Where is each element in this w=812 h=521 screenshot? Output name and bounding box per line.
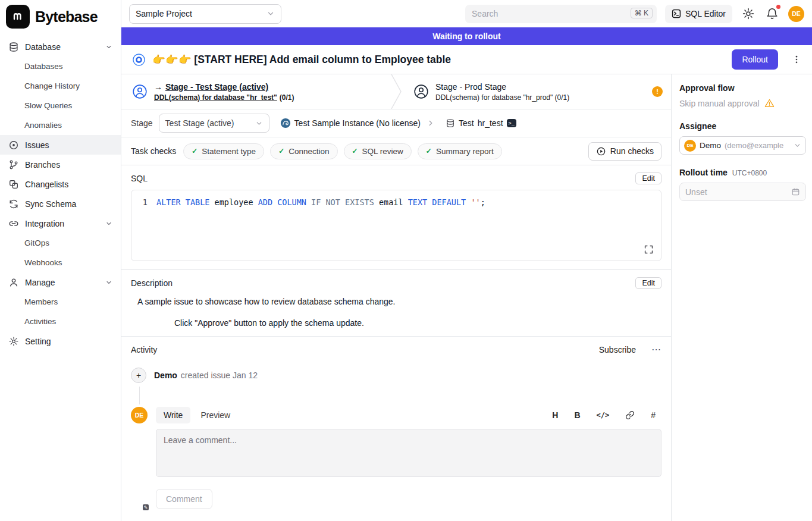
sql-editor-button[interactable]: SQL Editor bbox=[665, 5, 732, 23]
sidebar-item-label: Setting bbox=[25, 337, 112, 346]
sql-edit-button[interactable]: Edit bbox=[635, 172, 661, 184]
check-pill-sql-review[interactable]: ✓ SQL review bbox=[344, 143, 412, 159]
warning-triangle-icon bbox=[764, 98, 775, 108]
sidebar-item-webhooks[interactable]: Webhooks bbox=[0, 253, 121, 272]
search-box: ⌘ K bbox=[465, 5, 657, 23]
subscribe-button[interactable]: Subscribe bbox=[599, 345, 636, 354]
app-root: Bytebase Database Databases Change Histo… bbox=[0, 0, 812, 521]
database-icon bbox=[8, 42, 19, 52]
check-pill-label: Summary report bbox=[436, 147, 494, 156]
stage-card-test-stage[interactable]: → Stage - Test Stage (active) DDL(schema… bbox=[121, 74, 390, 109]
sql-editor-label: SQL Editor bbox=[685, 9, 726, 18]
check-pill-statement-type[interactable]: ✓ Statement type bbox=[183, 143, 264, 159]
brand-logo[interactable]: Bytebase bbox=[0, 0, 121, 34]
sidebar-item-changelists[interactable]: Changelists bbox=[0, 174, 121, 194]
rollout-time-title: Rollout time bbox=[679, 168, 728, 177]
sync-icon bbox=[8, 199, 19, 209]
sidebar-item-sync-schema[interactable]: Sync Schema bbox=[0, 194, 121, 214]
sql-token: email bbox=[374, 196, 408, 208]
activity-event-text: Demo created issue Jan 12 bbox=[154, 371, 258, 380]
terminal-icon bbox=[672, 9, 681, 18]
tab-write[interactable]: Write bbox=[156, 407, 190, 423]
rollout-button[interactable]: Rollout bbox=[732, 49, 778, 70]
notification-dot bbox=[776, 5, 780, 9]
sql-token: employee bbox=[209, 196, 258, 208]
stage-person-icon bbox=[413, 84, 429, 99]
stage-selector-row: Stage Test Stage (active) Test Sample In… bbox=[121, 109, 671, 137]
search-input[interactable] bbox=[465, 5, 657, 23]
code-format-button[interactable]: </> bbox=[597, 411, 610, 419]
instance-link[interactable]: Test Sample Instance (No license) bbox=[280, 118, 421, 128]
sidebar-item-manage[interactable]: Manage bbox=[0, 272, 121, 292]
sidebar-nav: Database Databases Change History Slow Q… bbox=[0, 34, 121, 353]
chevron-down-icon bbox=[255, 120, 263, 127]
chevron-down-icon bbox=[105, 220, 112, 227]
hash-format-button[interactable]: # bbox=[651, 410, 656, 420]
sidebar-item-label: Databases bbox=[24, 62, 112, 71]
comment-avatar-wrap: DE ✎ bbox=[131, 407, 148, 509]
run-checks-label: Run checks bbox=[610, 146, 654, 156]
stage-select[interactable]: Test Stage (active) bbox=[159, 114, 269, 133]
sidebar-item-gitops[interactable]: GitOps bbox=[0, 233, 121, 253]
sql-token bbox=[306, 196, 311, 208]
comment-submit-button[interactable]: Comment bbox=[156, 489, 212, 509]
project-select-value: Sample Project bbox=[136, 9, 192, 18]
check-icon: ✓ bbox=[426, 147, 432, 155]
main-area: Sample Project ⌘ K SQL Editor DE Waiting… bbox=[121, 0, 812, 521]
brand-name: Bytebase bbox=[35, 8, 98, 26]
sidebar-item-label: GitOps bbox=[24, 238, 112, 247]
issue-more-menu-button[interactable] bbox=[791, 53, 802, 66]
timezone-label: UTC+0800 bbox=[732, 169, 767, 177]
stage-task: DDL(schema) for database "hr_prod" (0/1) bbox=[435, 93, 569, 102]
sidebar-item-database[interactable]: Database bbox=[0, 37, 121, 57]
approval-flow-value: Skip manual approval bbox=[679, 99, 760, 108]
bold-format-button[interactable]: B bbox=[574, 410, 580, 420]
assignee-email: (demo@example bbox=[725, 141, 790, 150]
check-pill-summary-report[interactable]: ✓ Summary report bbox=[418, 143, 502, 159]
run-checks-button[interactable]: Run checks bbox=[588, 142, 661, 161]
open-in-sql-editor-icon[interactable]: >_ bbox=[507, 119, 516, 128]
sql-section: SQL Edit 1ALTER TABLE employee ADD COLUM… bbox=[121, 165, 671, 269]
pencil-badge-icon: ✎ bbox=[142, 503, 150, 511]
notifications-bell-button[interactable] bbox=[764, 6, 780, 21]
sidebar-item-issues[interactable]: Issues bbox=[0, 135, 121, 155]
user-avatar[interactable]: DE bbox=[788, 6, 804, 22]
description-edit-button[interactable]: Edit bbox=[635, 277, 661, 289]
expand-fullscreen-icon[interactable] bbox=[644, 244, 654, 255]
assignee-select[interactable]: DE Demo (demo@example bbox=[679, 136, 806, 155]
sidebar-item-change-history[interactable]: Change History bbox=[0, 76, 121, 96]
sql-token: ALTER TABLE bbox=[156, 196, 209, 208]
sidebar-item-branches[interactable]: Branches bbox=[0, 155, 121, 174]
gear-icon bbox=[8, 336, 19, 347]
activity-section: Activity Subscribe ⋯ + Demo created issu… bbox=[121, 336, 671, 517]
rollout-time-input[interactable]: Unset bbox=[679, 183, 806, 201]
sidebar-item-setting[interactable]: Setting bbox=[0, 331, 121, 351]
issue-detail-column: → Stage - Test Stage (active) DDL(schema… bbox=[121, 74, 671, 521]
stage-card-prod-stage[interactable]: Stage - Prod Stage DDL(schema) for datab… bbox=[403, 74, 671, 109]
sidebar-item-label: Branches bbox=[25, 160, 112, 170]
check-pill-connection[interactable]: ✓ Connection bbox=[270, 143, 337, 159]
database-name: hr_test bbox=[478, 118, 503, 128]
comment-input[interactable] bbox=[156, 429, 661, 477]
sql-section-title: SQL bbox=[131, 174, 148, 183]
sidebar-item-anomalies[interactable]: Anomalies bbox=[0, 115, 121, 135]
person-icon bbox=[8, 277, 19, 288]
description-line: Click "Approve" button to apply the sche… bbox=[174, 318, 661, 328]
tab-preview[interactable]: Preview bbox=[193, 407, 238, 423]
issue-sidebar-panel: Approval flow Skip manual approval Assig… bbox=[671, 74, 812, 521]
sidebar-item-databases[interactable]: Databases bbox=[0, 57, 121, 76]
settings-gear-button[interactable] bbox=[741, 6, 756, 21]
project-select[interactable]: Sample Project bbox=[129, 4, 281, 24]
sidebar-item-label: Changelists bbox=[25, 180, 112, 189]
link-format-button[interactable] bbox=[625, 410, 635, 420]
sidebar-item-slow-queries[interactable]: Slow Queries bbox=[0, 96, 121, 115]
database-link[interactable]: Test hr_test >_ bbox=[446, 118, 516, 128]
database-icon bbox=[446, 118, 455, 128]
chevron-down-icon bbox=[105, 43, 112, 51]
sidebar-item-integration[interactable]: Integration bbox=[0, 214, 121, 233]
activity-more-button[interactable]: ⋯ bbox=[651, 344, 661, 355]
format-toolbar: H B </> # bbox=[552, 410, 661, 420]
sidebar-item-activities[interactable]: Activities bbox=[0, 312, 121, 331]
sidebar-item-members[interactable]: Members bbox=[0, 292, 121, 312]
heading-format-button[interactable]: H bbox=[552, 410, 558, 420]
